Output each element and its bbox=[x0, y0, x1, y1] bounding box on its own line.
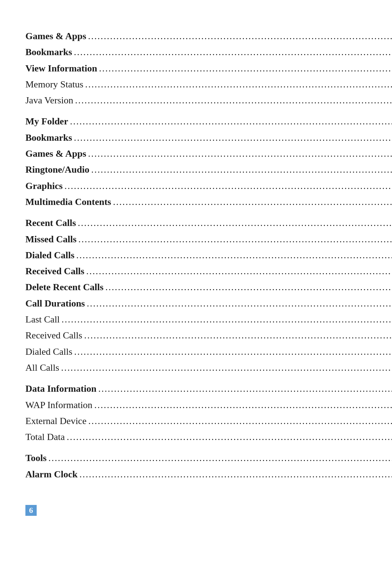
toc-label: Games & Apps bbox=[25, 147, 86, 161]
toc-entry: Missed Calls ………………………………………………………………………… bbox=[25, 232, 392, 247]
toc-dots: …………………………………………………………………………………………………………… bbox=[99, 61, 392, 76]
toc-label: Graphics bbox=[25, 179, 63, 193]
toc-entry: Games & Apps ………………………………………………………………………… bbox=[25, 147, 392, 161]
toc-label: Received Calls bbox=[25, 328, 82, 343]
toc-dots: …………………………………………………………………………………………………………… bbox=[61, 361, 392, 375]
toc-label: Games & Apps bbox=[25, 29, 86, 44]
toc-entry: Bookmarks ………………………………………………………………………………… bbox=[25, 131, 392, 145]
toc-entry: Delete Recent Calls ……………………………………………………… bbox=[25, 280, 392, 295]
toc-entry: Data Information ……………………………………………………………… bbox=[25, 382, 392, 396]
toc-dots: …………………………………………………………………………………………………………… bbox=[88, 29, 392, 44]
toc-label: Bookmarks bbox=[25, 131, 72, 145]
toc-entry: Last Call ………………………………………………………………………………… bbox=[25, 312, 392, 327]
toc-entry: External Device ………………………………………………………………… bbox=[25, 414, 392, 428]
toc-dots: …………………………………………………………………………………………………………… bbox=[79, 467, 392, 482]
toc-dots: …………………………………………………………………………………………………………… bbox=[88, 147, 392, 161]
toc-entry: Dialed Calls ………………………………………………………………………… bbox=[25, 345, 392, 359]
toc-dots: …………………………………………………………………………………………………………… bbox=[76, 248, 392, 263]
toc-entry: Total Data ……………………………………………………………………………… bbox=[25, 430, 392, 444]
toc-label: Tools bbox=[25, 451, 46, 465]
toc-entry: Java Version ………………………………………………………………………… bbox=[25, 93, 392, 108]
toc-label: Delete Recent Calls bbox=[25, 280, 103, 295]
toc-dots: …………………………………………………………………………………………………………… bbox=[86, 264, 392, 279]
toc-entry: My Folder ………………………………………………………………………………… bbox=[25, 114, 392, 129]
toc-entry: Games & Apps ………………………………………………………………………… bbox=[25, 29, 392, 44]
toc-dots: …………………………………………………………………………………………………………… bbox=[105, 280, 392, 295]
toc-label: All Calls bbox=[25, 361, 59, 375]
toc-page: Games & Apps ………………………………………………………………………… bbox=[25, 29, 367, 494]
toc-dots: …………………………………………………………………………………………………………… bbox=[74, 45, 392, 59]
toc-dots: …………………………………………………………………………………………………………… bbox=[88, 414, 392, 428]
toc-dots: …………………………………………………………………………………………………………… bbox=[91, 163, 392, 177]
toc-dots: …………………………………………………………………………………………………………… bbox=[94, 398, 392, 412]
toc-label: Alarm Clock bbox=[25, 467, 78, 482]
toc-dots: …………………………………………………………………………………………………………… bbox=[48, 451, 392, 465]
toc-dots: …………………………………………………………………………………………………………… bbox=[64, 179, 392, 193]
toc-label: My Folder bbox=[25, 114, 68, 129]
toc-entry: View Information ……………………………………………………………… bbox=[25, 61, 392, 76]
toc-label: Bookmarks bbox=[25, 45, 72, 59]
page-number-badge: 6 bbox=[25, 494, 367, 516]
toc-label: Ringtone/Audio bbox=[25, 163, 89, 177]
toc-label: Last Call bbox=[25, 312, 60, 327]
toc-label: Total Data bbox=[25, 430, 65, 444]
toc-label: Multimedia Contents bbox=[25, 195, 111, 209]
toc-dots: …………………………………………………………………………………………………………… bbox=[85, 77, 392, 92]
toc-entry: Call Durations …………………………………………………………………… bbox=[25, 296, 392, 311]
toc-dots: …………………………………………………………………………………………………………… bbox=[74, 345, 392, 359]
toc-label: Received Calls bbox=[25, 264, 84, 279]
toc-label: Memory Status bbox=[25, 77, 83, 92]
toc-entry: All Calls ………………………………………………………………………………… bbox=[25, 361, 392, 375]
toc-entry: Received Calls …………………………………………………………………… bbox=[25, 264, 392, 279]
toc-label: View Information bbox=[25, 61, 97, 76]
toc-dots: …………………………………………………………………………………………………………… bbox=[77, 216, 392, 230]
toc-label: WAP Information bbox=[25, 398, 93, 412]
toc-entry: Alarm Clock …………………………………………………………………………… bbox=[25, 467, 392, 482]
toc-entry: Tools …………………………………………………………………………………………… bbox=[25, 451, 392, 465]
toc-dots: …………………………………………………………………………………………………………… bbox=[61, 312, 392, 327]
left-column: Games & Apps ………………………………………………………………………… bbox=[25, 29, 392, 494]
toc-label: Java Version bbox=[25, 93, 73, 108]
toc-label: Call Durations bbox=[25, 296, 85, 311]
toc-dots: …………………………………………………………………………………………………………… bbox=[84, 328, 392, 343]
toc-dots: …………………………………………………………………………………………………………… bbox=[86, 296, 392, 311]
toc-label: Missed Calls bbox=[25, 232, 77, 247]
toc-label: Dialed Calls bbox=[25, 345, 72, 359]
toc-dots: …………………………………………………………………………………………………………… bbox=[74, 131, 392, 145]
toc-label: Recent Calls bbox=[25, 216, 76, 230]
toc-dots: …………………………………………………………………………………………………………… bbox=[78, 232, 392, 247]
toc-entry: WAP Information ………………………………………………………………… bbox=[25, 398, 392, 412]
toc-entry: Bookmarks ………………………………………………………………………………… bbox=[25, 45, 392, 59]
toc-dots: …………………………………………………………………………………………………………… bbox=[66, 430, 392, 444]
toc-entry: Received Calls …………………………………………………………………… bbox=[25, 328, 392, 343]
toc-dots: …………………………………………………………………………………………………………… bbox=[75, 93, 392, 108]
toc-entry: Ringtone/Audio …………………………………………………………………… bbox=[25, 163, 392, 177]
toc-label: External Device bbox=[25, 414, 86, 428]
toc-label: Dialed Calls bbox=[25, 248, 74, 263]
toc-dots: …………………………………………………………………………………………………………… bbox=[98, 382, 392, 396]
toc-entry: Memory Status ……………………………………………………………………… bbox=[25, 77, 392, 92]
toc-label: Data Information bbox=[25, 382, 97, 396]
toc-entry: Multimedia Contents ……………………………………………………… bbox=[25, 195, 392, 209]
toc-dots: …………………………………………………………………………………………………………… bbox=[113, 195, 392, 209]
toc-dots: …………………………………………………………………………………………………………… bbox=[70, 114, 392, 129]
toc-entry: Graphics …………………………………………………………………………………… bbox=[25, 179, 392, 193]
toc-entry: Dialed Calls ………………………………………………………………………… bbox=[25, 248, 392, 263]
toc-entry: Recent Calls ………………………………………………………………………… bbox=[25, 216, 392, 230]
